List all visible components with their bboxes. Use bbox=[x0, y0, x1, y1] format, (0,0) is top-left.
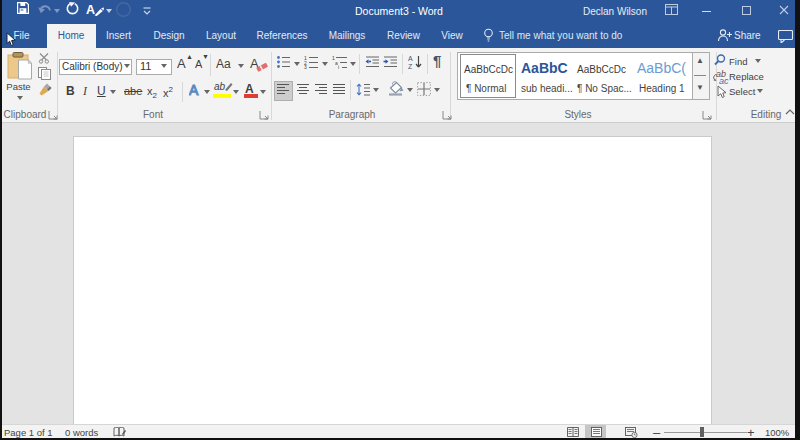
svg-text:3: 3 bbox=[304, 64, 307, 69]
svg-text:A: A bbox=[189, 82, 199, 96]
svg-text:Z: Z bbox=[408, 63, 413, 69]
svg-text:i: i bbox=[338, 64, 339, 69]
svg-text:A: A bbox=[408, 55, 413, 62]
